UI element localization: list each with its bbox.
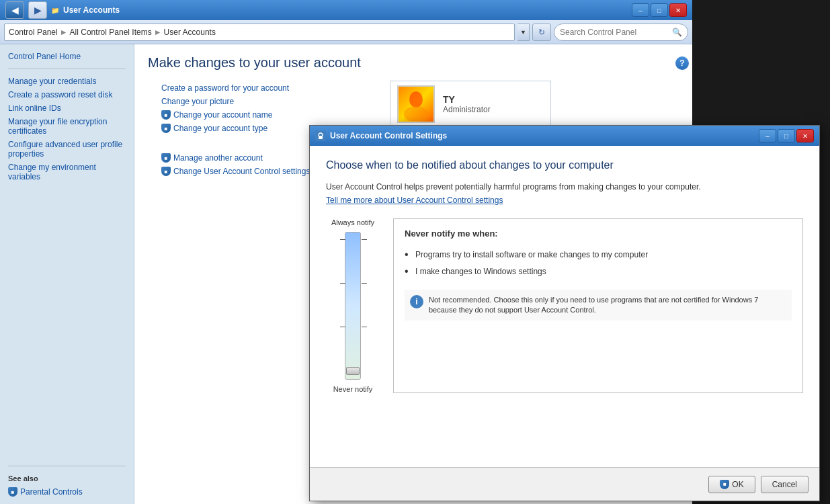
info-warning: i Not recommended. Choose this only if y…: [405, 290, 792, 321]
ok-shield-icon: ■: [720, 480, 729, 489]
svg-rect-4: [319, 136, 323, 139]
uac-minimize-button[interactable]: –: [759, 129, 776, 142]
refresh-button[interactable]: ↻: [532, 24, 551, 41]
close-button[interactable]: ✕: [669, 3, 687, 17]
uac-maximize-button[interactable]: □: [778, 129, 795, 142]
uac-description: User Account Control helps prevent poten…: [326, 181, 803, 193]
minimize-button[interactable]: –: [632, 3, 649, 17]
title-bar-buttons: – □ ✕: [632, 3, 687, 17]
uac-footer: ■ OK Cancel: [310, 467, 819, 501]
tick-1: [340, 239, 367, 240]
avatar: [397, 85, 435, 123]
uac-dialog-title: User Account Control Settings: [330, 131, 755, 140]
back-button[interactable]: ◀: [5, 1, 24, 19]
maximize-button[interactable]: □: [651, 3, 668, 17]
sidebar: Control Panel Home Manage your credentia…: [0, 44, 134, 504]
path-segment-2: All Control Panel Items: [70, 28, 152, 37]
slider-top-label: Always notify: [331, 218, 374, 226]
uac-content: Choose when to be notified about changes…: [310, 146, 819, 467]
uac-title-icon: [315, 130, 326, 141]
sidebar-env-variables[interactable]: Change my environment variables: [0, 161, 134, 183]
help-button[interactable]: ?: [675, 56, 689, 70]
sidebar-bottom: See also ■ Parental Controls: [0, 460, 134, 499]
forward-button[interactable]: ▶: [28, 1, 47, 19]
slider-bottom-label: Never notify: [333, 385, 373, 393]
search-box: 🔍: [554, 24, 688, 41]
sidebar-advanced-profile[interactable]: Configure advanced user profile properti…: [0, 138, 134, 161]
search-input[interactable]: [560, 28, 669, 37]
uac-close-button[interactable]: ✕: [796, 129, 814, 142]
uac-learn-more-link[interactable]: Tell me more about User Account Control …: [326, 196, 503, 205]
shield-icon: ■: [8, 487, 17, 497]
sidebar-see-also-label: See also: [0, 472, 134, 485]
info-item-1: Programs try to install software or make…: [405, 247, 792, 263]
sidebar-password-reset[interactable]: Create a password reset disk: [0, 88, 134, 101]
shield-icon-manage: ■: [161, 153, 171, 163]
svg-point-1: [409, 91, 423, 108]
info-warning-text: Not recommended. Choose this only if you…: [429, 295, 786, 316]
info-box-title: Never notify me when:: [405, 228, 792, 239]
info-icon: i: [410, 295, 423, 308]
sidebar-divider-1: [8, 69, 126, 69]
shield-icon-type: ■: [161, 124, 171, 133]
uac-title-buttons: – □ ✕: [759, 129, 814, 142]
slider-container: Always notify: [326, 218, 380, 393]
panel-title: Make changes to your user account: [148, 55, 679, 71]
sidebar-divider-2: [8, 466, 126, 466]
user-info: TY Administrator: [443, 94, 491, 114]
ok-button[interactable]: ■ OK: [708, 476, 755, 493]
slider-handle[interactable]: [346, 367, 360, 375]
info-box: Never notify me when: Programs try to in…: [393, 218, 803, 393]
user-name: TY: [443, 94, 491, 105]
user-role: Administrator: [443, 105, 491, 114]
cancel-button[interactable]: Cancel: [761, 476, 808, 493]
path-dropdown-button[interactable]: ▼: [517, 24, 530, 41]
shield-icon-name: ■: [161, 110, 171, 120]
uac-dialog: User Account Control Settings – □ ✕ Choo…: [309, 125, 820, 501]
path-segment-1: Control Panel: [9, 28, 58, 37]
tick-2: [340, 283, 367, 284]
info-box-list: Programs try to install software or make…: [405, 247, 792, 280]
window-title: 📁 User Accounts: [51, 5, 628, 15]
info-item-2: I make changes to Windows settings: [405, 263, 792, 280]
title-bar: ◀ ▶ 📁 User Accounts – □ ✕: [0, 0, 692, 20]
user-card: TY Administrator: [390, 81, 551, 128]
uac-heading: Choose when to be notified about changes…: [326, 159, 803, 171]
address-bar: Control Panel ► All Control Panel Items …: [0, 20, 692, 44]
sidebar-parental-controls[interactable]: ■ Parental Controls: [0, 485, 134, 499]
slider-area: Always notify: [326, 218, 803, 393]
tick-3: [340, 327, 367, 327]
sidebar-link-online-ids[interactable]: Link online IDs: [0, 101, 134, 115]
sidebar-file-encryption[interactable]: Manage your file encryption certificates: [0, 115, 134, 138]
uac-title-bar: User Account Control Settings – □ ✕: [310, 126, 819, 146]
sidebar-control-panel-home[interactable]: Control Panel Home: [0, 50, 134, 63]
sidebar-manage-credentials[interactable]: Manage your credentials: [0, 75, 134, 88]
search-icon: 🔍: [672, 28, 682, 37]
address-path[interactable]: Control Panel ► All Control Panel Items …: [4, 24, 515, 41]
path-segment-3: User Accounts: [164, 28, 216, 37]
shield-icon-uac: ■: [161, 167, 171, 176]
slider-track[interactable]: [345, 232, 361, 380]
